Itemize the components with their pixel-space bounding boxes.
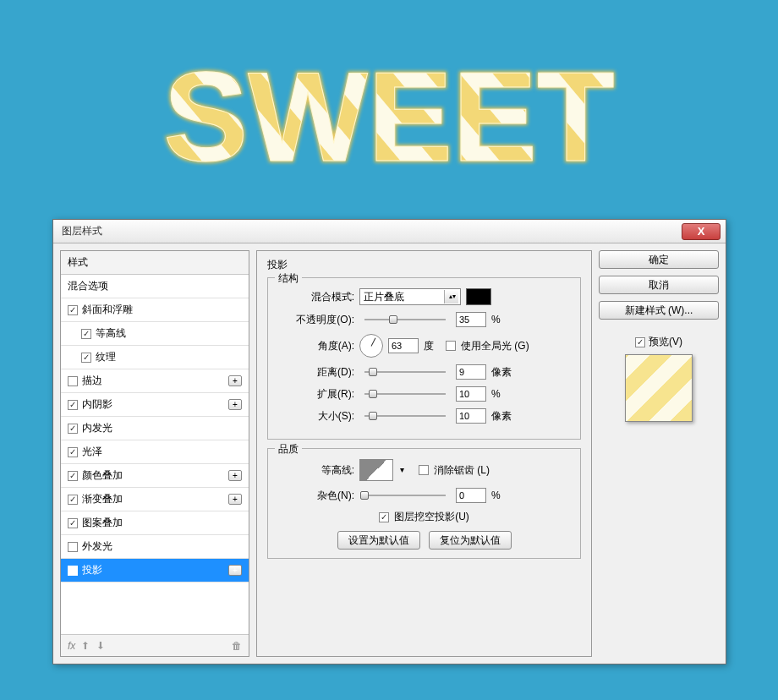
texture-item[interactable]: 纹理 <box>61 346 249 369</box>
dialog-actions-panel: 确定 取消 新建样式 (W)... 预览(V) <box>599 250 719 657</box>
quality-legend: 品质 <box>275 442 302 457</box>
checkbox[interactable] <box>68 471 78 481</box>
add-icon[interactable]: + <box>228 565 242 576</box>
size-label: 大小(S): <box>277 409 354 424</box>
add-icon[interactable]: + <box>228 470 242 481</box>
checkbox[interactable] <box>81 353 91 363</box>
preview-label: 预览(V) <box>649 335 682 349</box>
preview-checkbox[interactable] <box>635 337 645 347</box>
global-light-label: 使用全局光 (G) <box>461 339 529 353</box>
drop-shadow-settings-panel: 投影 结构 混合模式: 正片叠底▴▾ 不透明度(O): % 角度(A): <box>256 250 592 657</box>
blending-options-item[interactable]: 混合选项 <box>61 275 249 298</box>
outer-glow-item[interactable]: 外发光 <box>61 535 249 559</box>
reset-default-button[interactable]: 复位为默认值 <box>429 531 512 550</box>
contour-picker[interactable] <box>359 459 393 481</box>
global-light-checkbox[interactable] <box>446 341 456 351</box>
styles-list-panel: 样式 混合选项 斜面和浮雕 等高线 纹理 描边+ 内阴影+ 内发光 光泽 颜色叠… <box>60 250 249 657</box>
shadow-color-swatch[interactable] <box>466 288 491 305</box>
opacity-input[interactable] <box>456 312 486 327</box>
noise-input[interactable] <box>456 488 486 503</box>
opacity-label: 不透明度(O): <box>277 313 354 327</box>
layer-style-dialog: 图层样式 X 样式 混合选项 斜面和浮雕 等高线 纹理 描边+ 内阴影+ 内发光… <box>52 219 726 664</box>
noise-label: 杂色(N): <box>277 489 354 503</box>
panel-title: 投影 <box>267 258 581 272</box>
styles-footer: fx 🠩 🠫 🗑 <box>61 634 249 656</box>
angle-label: 角度(A): <box>277 339 354 353</box>
spread-label: 扩展(R): <box>277 387 354 402</box>
preview-swatch <box>625 354 693 422</box>
svg-text:SWEET: SWEET <box>163 46 614 188</box>
distance-label: 距离(D): <box>277 365 354 380</box>
checkbox[interactable] <box>68 305 78 315</box>
checkbox[interactable] <box>81 329 91 339</box>
add-icon[interactable]: + <box>228 494 242 505</box>
knockout-checkbox[interactable] <box>379 512 389 522</box>
checkbox[interactable] <box>68 447 78 457</box>
stroke-item[interactable]: 描边+ <box>61 369 249 393</box>
distance-input[interactable] <box>456 364 486 380</box>
spread-slider[interactable] <box>364 393 446 395</box>
arrow-down-icon[interactable]: 🠫 <box>96 640 106 652</box>
checkbox[interactable] <box>68 495 78 505</box>
structure-fieldset: 结构 混合模式: 正片叠底▴▾ 不透明度(O): % 角度(A): 度 <box>267 277 581 440</box>
dialog-titlebar[interactable]: 图层样式 X <box>53 220 726 243</box>
add-icon[interactable]: + <box>228 375 242 386</box>
fx-label: fx <box>68 640 75 652</box>
blend-mode-label: 混合模式: <box>277 290 354 304</box>
antialias-checkbox[interactable] <box>419 465 429 475</box>
noise-slider[interactable] <box>364 495 446 496</box>
checkbox[interactable] <box>68 400 78 410</box>
quality-fieldset: 品质 等高线: 消除锯齿 (L) 杂色(N): % 图层挖空投影(U) <box>267 448 581 559</box>
size-input[interactable] <box>456 408 486 424</box>
make-default-button[interactable]: 设置为默认值 <box>337 531 420 550</box>
blend-mode-select[interactable]: 正片叠底▴▾ <box>359 288 461 305</box>
drop-shadow-item[interactable]: 投影+ <box>61 559 249 582</box>
add-icon[interactable]: + <box>228 399 242 410</box>
inner-shadow-item[interactable]: 内阴影+ <box>61 393 249 417</box>
checkbox[interactable] <box>68 518 78 528</box>
color-overlay-item[interactable]: 颜色叠加+ <box>61 464 249 488</box>
checkbox[interactable] <box>68 542 78 552</box>
contour-label: 等高线: <box>277 463 354 478</box>
angle-input[interactable] <box>388 338 419 353</box>
sweet-candy-text: SWEET SWEET <box>135 42 643 194</box>
dialog-title: 图层样式 <box>62 224 682 238</box>
new-style-button[interactable]: 新建样式 (W)... <box>599 301 719 320</box>
pattern-overlay-item[interactable]: 图案叠加 <box>61 511 249 535</box>
gradient-overlay-item[interactable]: 渐变叠加+ <box>61 488 249 511</box>
spread-input[interactable] <box>456 386 486 402</box>
checkbox[interactable] <box>68 376 78 386</box>
styles-header[interactable]: 样式 <box>61 251 249 275</box>
size-slider[interactable] <box>364 415 446 417</box>
inner-glow-item[interactable]: 内发光 <box>61 417 249 440</box>
ok-button[interactable]: 确定 <box>599 250 719 269</box>
contour-item[interactable]: 等高线 <box>61 322 249 346</box>
antialias-label: 消除锯齿 (L) <box>434 463 490 478</box>
knockout-label: 图层挖空投影(U) <box>394 510 469 524</box>
close-button[interactable]: X <box>682 223 720 240</box>
cancel-button[interactable]: 取消 <box>599 276 719 294</box>
distance-slider[interactable] <box>364 371 446 373</box>
bevel-emboss-item[interactable]: 斜面和浮雕 <box>61 298 249 322</box>
trash-icon[interactable]: 🗑 <box>232 640 242 652</box>
checkbox[interactable] <box>68 424 78 434</box>
structure-legend: 结构 <box>275 271 302 286</box>
angle-dial[interactable] <box>359 334 383 358</box>
checkbox[interactable] <box>68 566 78 576</box>
opacity-slider[interactable] <box>364 319 446 320</box>
arrow-up-icon[interactable]: 🠩 <box>80 640 90 652</box>
satin-item[interactable]: 光泽 <box>61 440 249 464</box>
